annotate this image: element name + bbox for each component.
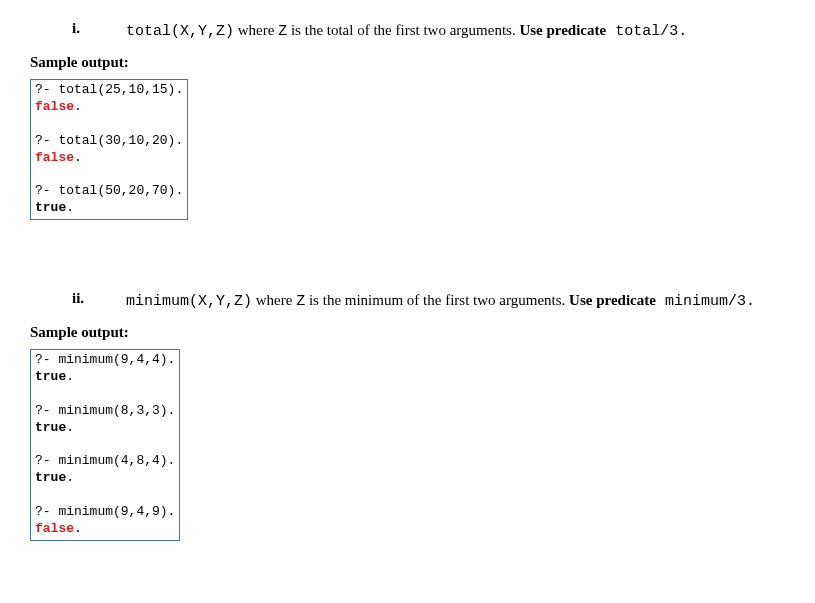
blank-line bbox=[35, 166, 183, 183]
exercise-item-i: i. total(X,Y,Z) where Z is the total of … bbox=[30, 20, 785, 42]
predicate-signature: total/3. bbox=[606, 23, 687, 40]
predicate-call: total(X,Y,Z) bbox=[126, 23, 234, 40]
sample-output-label: Sample output: bbox=[30, 54, 785, 71]
result-line: true. bbox=[35, 200, 183, 217]
result-line: true. bbox=[35, 420, 175, 437]
item-row: ii. minimum(X,Y,Z) where Z is the minimu… bbox=[30, 290, 785, 312]
text-after-var: is the minimum of the first two argument… bbox=[305, 292, 569, 308]
blank-line bbox=[35, 116, 183, 133]
use-predicate-label: Use predicate bbox=[569, 292, 656, 308]
item-description: minimum(X,Y,Z) where Z is the minimum of… bbox=[126, 290, 785, 312]
var-z: Z bbox=[278, 23, 287, 40]
blank-line bbox=[35, 487, 175, 504]
true-result: true bbox=[35, 200, 66, 215]
false-result: false bbox=[35, 150, 74, 165]
item-number: ii. bbox=[30, 290, 126, 307]
blank-line bbox=[35, 386, 175, 403]
query-line: ?- minimum(8,3,3). bbox=[35, 403, 175, 420]
result-line: false. bbox=[35, 99, 183, 116]
query-line: ?- minimum(4,8,4). bbox=[35, 453, 175, 470]
text-before-var: where bbox=[234, 22, 278, 38]
result-line: true. bbox=[35, 369, 175, 386]
query-line: ?- total(50,20,70). bbox=[35, 183, 183, 200]
true-result: true bbox=[35, 470, 66, 485]
result-line: true. bbox=[35, 470, 175, 487]
predicate-signature: minimum/3. bbox=[656, 293, 755, 310]
text-after-var: is the total of the first two arguments. bbox=[287, 22, 519, 38]
sample-output-label: Sample output: bbox=[30, 324, 785, 341]
query-line: ?- minimum(9,4,9). bbox=[35, 504, 175, 521]
false-result: false bbox=[35, 99, 74, 114]
sample-output-box-ii: ?- minimum(9,4,4). true. ?- minimum(8,3,… bbox=[30, 349, 180, 541]
item-row: i. total(X,Y,Z) where Z is the total of … bbox=[30, 20, 785, 42]
use-predicate-label: Use predicate bbox=[519, 22, 606, 38]
item-number: i. bbox=[30, 20, 126, 37]
predicate-call: minimum(X,Y,Z) bbox=[126, 293, 252, 310]
blank-line bbox=[35, 437, 175, 454]
query-line: ?- total(30,10,20). bbox=[35, 133, 183, 150]
sample-output-box-i: ?- total(25,10,15). false. ?- total(30,1… bbox=[30, 79, 188, 220]
true-result: true bbox=[35, 420, 66, 435]
text-before-var: where bbox=[252, 292, 296, 308]
true-result: true bbox=[35, 369, 66, 384]
query-line: ?- minimum(9,4,4). bbox=[35, 352, 175, 369]
false-result: false bbox=[35, 521, 74, 536]
result-line: false. bbox=[35, 150, 183, 167]
result-line: false. bbox=[35, 521, 175, 538]
query-line: ?- total(25,10,15). bbox=[35, 82, 183, 99]
item-description: total(X,Y,Z) where Z is the total of the… bbox=[126, 20, 785, 42]
var-z: Z bbox=[296, 293, 305, 310]
exercise-item-ii: ii. minimum(X,Y,Z) where Z is the minimu… bbox=[30, 290, 785, 312]
